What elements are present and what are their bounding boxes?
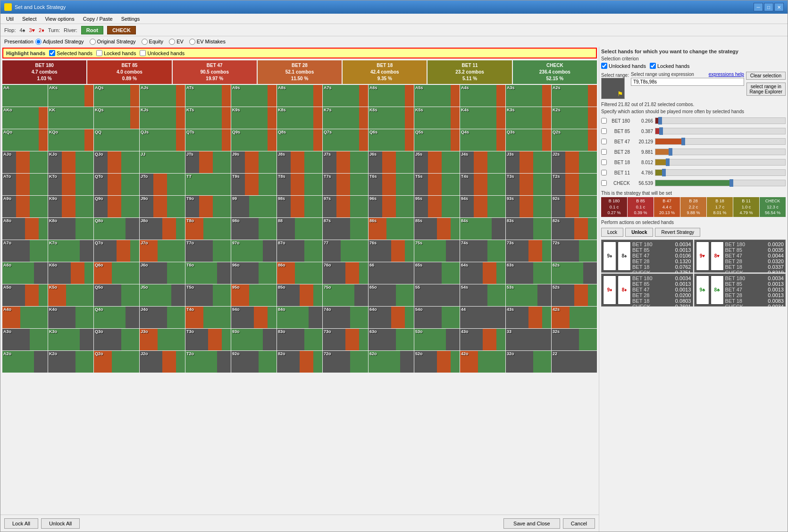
hand-cell[interactable]: J2o [140,351,185,373]
hand-cell[interactable]: 83s [506,218,551,240]
hand-cell[interactable]: K7o [48,240,93,262]
hand-cell[interactable]: 98s [277,196,322,217]
hand-cell[interactable]: 63o [369,329,414,350]
hand-cell[interactable]: 32o [506,351,551,373]
hand-cell[interactable]: AJo [2,151,48,173]
hand-cell[interactable]: J7o [140,240,185,262]
hand-cell[interactable]: TT [185,174,231,195]
lock-button[interactable]: Lock [601,228,623,237]
hand-cell[interactable]: KTo [48,174,93,195]
hand-cell[interactable]: QJo [94,151,139,173]
hand-cell[interactable]: 53s [506,284,551,306]
hand-cell[interactable]: K4s [460,107,505,129]
hand-cell[interactable]: 95o [231,284,277,306]
slider-track-0[interactable] [655,117,786,124]
hand-cell[interactable]: QQ [94,129,139,151]
hand-cell[interactable]: J3s [506,151,551,173]
hand-cell[interactable]: 86o [277,262,322,284]
slider-thumb-1[interactable] [659,127,663,135]
cb-unlocked-hands[interactable]: Unlocked hands [140,50,184,56]
hand-cell[interactable]: Q7s [323,129,368,151]
hand-cell[interactable]: AQo [2,129,48,151]
slider-cb-3[interactable] [601,149,607,155]
hand-cell[interactable]: JTo [140,174,185,195]
hand-cell[interactable]: 96o [231,262,277,284]
hand-cell[interactable]: 44 [460,307,505,328]
hand-cell[interactable]: 32s [552,329,597,350]
hand-cell[interactable]: T7o [185,240,231,262]
hand-cell[interactable]: ATo [2,174,48,195]
hand-cell[interactable]: Q6s [369,129,414,151]
hand-cell[interactable]: 62o [369,351,414,373]
hand-cell[interactable]: Q3o [94,329,139,350]
expression-input[interactable] [631,78,744,86]
hand-card-1[interactable]: 9♥8♥BET 1800.0020BET 850.0035BET 470.004… [694,240,786,273]
hand-cell[interactable]: QTo [94,174,139,195]
slider-track-4[interactable] [655,159,786,166]
menu-view-options[interactable]: View options [41,15,78,23]
hand-cell[interactable]: 53o [414,329,460,350]
save-close-button[interactable]: Save and Close [503,518,560,529]
hand-cell[interactable]: T5s [414,174,460,195]
hand-cell[interactable]: AKo [2,107,48,129]
hand-cell[interactable]: QTs [185,129,231,151]
hand-cell[interactable]: K2o [48,351,93,373]
hand-cell[interactable]: K5s [414,107,460,129]
hand-cell[interactable]: 73s [506,240,551,262]
hand-cell[interactable]: T2o [185,351,231,373]
hand-cell[interactable]: 64s [460,262,505,284]
hand-cell[interactable]: T4o [185,307,231,328]
hand-cell[interactable]: AA [2,85,48,107]
hand-cell[interactable]: 72o [323,351,368,373]
hand-cell[interactable]: 42s [552,307,597,328]
hand-cell[interactable]: 52s [552,284,597,306]
hand-card-0[interactable]: 9♠8♠BET 1800.0034BET 850.0013BET 470.010… [601,240,693,273]
hand-cell[interactable]: A9o [2,196,48,217]
cb-locked-hands[interactable]: Locked hands [96,50,136,56]
hand-cell[interactable]: A6s [369,85,414,107]
hand-cell[interactable]: J2s [552,151,597,173]
hand-cell[interactable]: A2o [2,351,48,373]
hand-cell[interactable]: 75o [323,284,368,306]
hand-cell[interactable]: 82o [277,351,322,373]
hand-cell[interactable]: Q2s [552,129,597,151]
hand-cell[interactable]: A8o [2,218,48,240]
hand-cell[interactable]: T6o [185,262,231,284]
hand-cell[interactable]: 94o [231,307,277,328]
hand-cell[interactable]: ATs [185,85,231,107]
hand-cell[interactable]: KTs [185,107,231,129]
hand-cell[interactable]: 99 [231,196,277,217]
hand-cell[interactable]: J6s [369,151,414,173]
hand-cell[interactable]: T6s [369,174,414,195]
revert-button[interactable]: Revert Strategy [655,228,700,237]
hand-cell[interactable]: 66 [369,262,414,284]
hand-cell[interactable]: Q4o [94,307,139,328]
select-range-button[interactable]: select range inRange Explorer [746,83,786,96]
hand-cell[interactable]: A2s [552,85,597,107]
expressions-help-link[interactable]: expressions help [709,72,744,77]
check-button[interactable]: CHECK [107,26,136,34]
hand-cell[interactable]: 55 [414,284,460,306]
hand-cell[interactable]: 82s [552,218,597,240]
hand-cell[interactable]: J3o [140,329,185,350]
hand-cell[interactable]: A4o [2,307,48,328]
hand-cell[interactable]: AKs [48,85,93,107]
slider-thumb-3[interactable] [669,148,672,156]
hand-cell[interactable]: 84s [460,218,505,240]
cancel-button[interactable]: Cancel [563,518,595,529]
hand-cell[interactable]: K3o [48,329,93,350]
hand-cell[interactable]: 75s [414,240,460,262]
hand-cell[interactable]: JJ [140,151,185,173]
hand-cell[interactable]: K5o [48,284,93,306]
hand-cell[interactable]: A4s [460,85,505,107]
menu-select[interactable]: Select [18,15,41,23]
hand-cell[interactable]: KJo [48,151,93,173]
hand-cell[interactable]: 98o [231,218,277,240]
hand-cell[interactable]: Q3s [506,129,551,151]
cb-selected-hands[interactable]: Selected hands [49,50,92,56]
hand-cell[interactable]: 42o [460,351,505,373]
slider-thumb-2[interactable] [681,138,685,145]
slider-thumb-6[interactable] [729,179,733,187]
hand-cell[interactable]: 85s [414,218,460,240]
hand-cell[interactable]: 33 [506,329,551,350]
